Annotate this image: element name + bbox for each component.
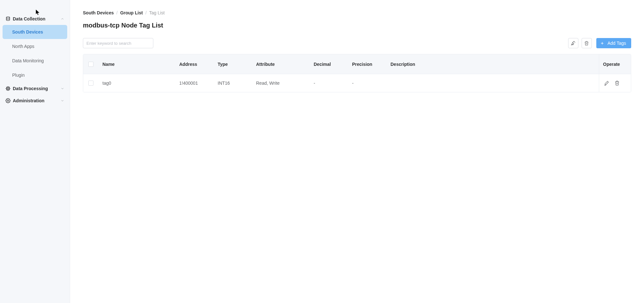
plus-icon: [600, 41, 604, 45]
breadcrumb-separator: /: [116, 10, 117, 15]
sidebar: Data Collection South Devices North Apps…: [0, 0, 70, 303]
col-address: Address: [175, 62, 214, 67]
database-icon: [5, 16, 11, 22]
table-row: tag0 1!400001 INT16 Read, Write - -: [83, 74, 631, 92]
cell-precision: -: [348, 81, 387, 86]
menu-section-data-collection[interactable]: Data Collection: [3, 13, 67, 25]
sidebar-item-label: North Apps: [12, 44, 34, 49]
sidebar-item-label: South Devices: [12, 29, 43, 35]
col-attribute: Attribute: [252, 62, 310, 67]
col-name: Name: [99, 62, 175, 67]
cell-type: INT16: [214, 81, 252, 86]
sidebar-item-data-monitoring[interactable]: Data Monitoring: [3, 54, 67, 68]
menu-section-data-processing[interactable]: Data Processing: [3, 82, 67, 95]
cell-attribute: Read, Write: [252, 81, 310, 86]
menu-section-label: Data Processing: [13, 86, 48, 91]
delete-row-button[interactable]: [614, 80, 620, 86]
table-header: Name Address Type Attribute Decimal Prec…: [83, 54, 631, 74]
processing-icon: [5, 86, 11, 91]
svg-point-0: [6, 17, 10, 18]
chevron-down-icon: [60, 86, 65, 91]
delete-button[interactable]: [582, 38, 592, 48]
col-precision: Precision: [348, 62, 387, 67]
col-description: Description: [387, 62, 599, 67]
chevron-up-icon: [60, 17, 65, 21]
select-all-checkbox[interactable]: [88, 62, 93, 67]
add-tags-button[interactable]: Add Tags: [596, 38, 631, 48]
gear-icon: [5, 98, 11, 104]
cell-decimal: -: [310, 81, 348, 86]
col-operate: Operate: [599, 54, 631, 74]
breadcrumb-tag-list: Tag List: [149, 10, 165, 15]
row-checkbox[interactable]: [88, 81, 93, 86]
col-decimal: Decimal: [310, 62, 348, 67]
sidebar-item-label: Data Monitoring: [12, 58, 44, 63]
search-input[interactable]: [83, 38, 153, 48]
sidebar-item-north-apps[interactable]: North Apps: [3, 39, 67, 53]
main-content: South Devices / Group List / Tag List mo…: [70, 0, 644, 303]
sidebar-item-plugin[interactable]: Plugin: [3, 68, 67, 82]
tag-table: Name Address Type Attribute Decimal Prec…: [83, 54, 631, 92]
breadcrumb-group-list[interactable]: Group List: [120, 10, 143, 15]
toolbar: Add Tags: [83, 38, 631, 48]
col-type: Type: [214, 62, 252, 67]
sidebar-item-label: Plugin: [12, 73, 25, 78]
add-tags-label: Add Tags: [608, 41, 626, 46]
trash-icon: [615, 81, 620, 86]
page-title: modbus-tcp Node Tag List: [83, 22, 631, 29]
pencil-icon: [604, 81, 609, 86]
svg-point-1: [7, 88, 9, 89]
trash-icon: [584, 41, 589, 46]
sidebar-item-south-devices[interactable]: South Devices: [3, 25, 67, 39]
cell-name: tag0: [99, 81, 175, 86]
cell-address: 1!400001: [175, 81, 214, 86]
svg-point-2: [7, 100, 9, 101]
broom-icon: [571, 41, 576, 46]
breadcrumb-separator: /: [145, 10, 147, 15]
clear-button[interactable]: [568, 38, 578, 48]
chevron-down-icon: [60, 98, 65, 103]
menu-section-label: Data Collection: [13, 16, 45, 21]
menu-section-label: Administration: [13, 98, 44, 103]
breadcrumb: South Devices / Group List / Tag List: [83, 10, 631, 15]
breadcrumb-south-devices[interactable]: South Devices: [83, 10, 114, 15]
edit-row-button[interactable]: [603, 80, 609, 86]
menu-section-administration[interactable]: Administration: [3, 95, 67, 107]
